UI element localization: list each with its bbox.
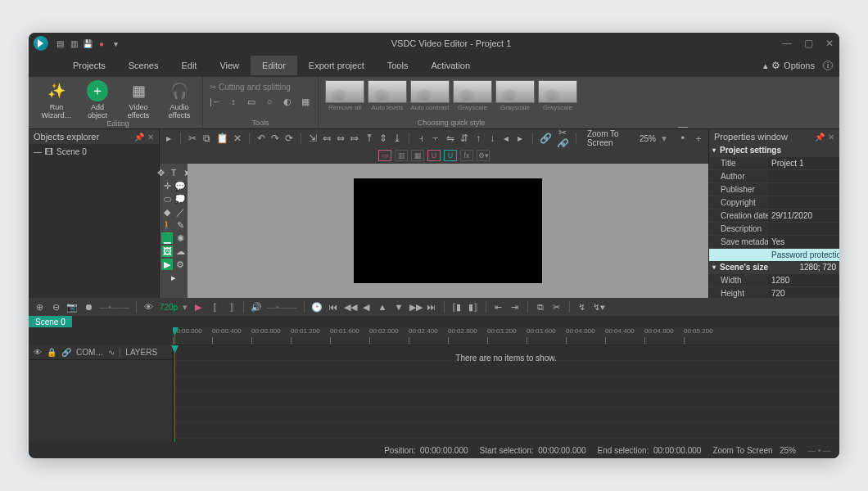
prop-row[interactable]: Description [709, 222, 839, 235]
pen-tool-icon[interactable]: ✎ [174, 219, 186, 231]
timeline-ruler[interactable]: 00:00.00000:00.40000:00.80000:01.20000:0… [173, 327, 839, 345]
tl-eye-col-icon[interactable]: 👁 [34, 348, 42, 357]
play-tool-icon[interactable]: ▶ [161, 259, 173, 270]
mode-u2-icon[interactable]: U [444, 150, 457, 161]
chat-tool-icon[interactable]: 💭 [174, 193, 186, 205]
delete-icon[interactable]: ✕ [233, 133, 242, 144]
tl-up-icon[interactable]: ▲ [377, 302, 388, 312]
dist-h-icon[interactable]: ⫞ [417, 133, 425, 144]
undo-icon[interactable]: ↶ [257, 133, 265, 144]
tl-back-icon[interactable]: ◀ [360, 302, 372, 313]
tl-rec-icon[interactable]: ⏺ [83, 302, 94, 312]
gear-icon[interactable]: ⚙ [771, 60, 780, 71]
resolution-badge[interactable]: 720p [160, 303, 178, 312]
shape-tool-icon[interactable]: ◆ [161, 206, 173, 218]
tl-play-icon[interactable]: ▶ [192, 302, 204, 313]
unlink-icon[interactable]: ✂🔗 [557, 127, 568, 150]
video-effects-button[interactable]: ▦ Video effects [122, 80, 155, 119]
prop-row[interactable]: Height720 [709, 286, 839, 298]
tl-last-icon[interactable]: ⏭ [426, 302, 437, 312]
mode-gear-icon[interactable]: ⚙▾ [477, 150, 490, 161]
style-thumb-2[interactable]: Auto contrast [410, 80, 450, 113]
line-tool-icon[interactable]: ／ [174, 206, 186, 218]
cutting-splitting-button[interactable]: ✂Cutting and splitting [210, 80, 291, 93]
align-tool-icon[interactable]: ⇲ [309, 133, 317, 144]
tl-vol-icon[interactable]: 🔊 [251, 302, 262, 313]
zoom-mode-label[interactable]: Zoom To Screen [587, 129, 631, 147]
redo-icon[interactable]: ↷ [271, 133, 279, 144]
tl-clock-icon[interactable]: 🕑 [311, 302, 323, 313]
mode-rect-icon[interactable]: ▭ [378, 150, 391, 161]
maximize-button[interactable]: ▢ [803, 38, 813, 49]
run-wizard-button[interactable]: ✨ Run Wizard… [40, 80, 73, 119]
qa-dropdown-icon[interactable]: ▾ [111, 38, 120, 48]
tl-mark2-icon[interactable]: ▮⟧ [468, 302, 479, 313]
close-button[interactable]: ✕ [825, 38, 834, 49]
tl-split-icon[interactable]: ✂ [551, 302, 563, 313]
walk-tool-icon[interactable]: 🚶 [161, 219, 173, 231]
crosshair-tool-icon[interactable]: ✛ [161, 180, 173, 191]
tl-skipf-icon[interactable]: ⇥ [509, 302, 521, 313]
qa-record-icon[interactable]: ● [97, 38, 106, 48]
menu-editor[interactable]: Editor [251, 56, 297, 75]
align-left-icon[interactable]: ⤆ [323, 133, 331, 144]
audio-effects-button[interactable]: 🎧 Audio effects [163, 80, 196, 119]
arrow-right-icon[interactable]: ▸ [165, 133, 173, 144]
menu-edit[interactable]: Edit [170, 56, 208, 75]
move-tool-icon[interactable]: ✥ [155, 167, 166, 178]
tl-skipb-icon[interactable]: ⇤ [493, 302, 504, 313]
mode-grid-icon[interactable]: ▦ [411, 150, 424, 161]
prop-row[interactable]: Save metadataYes [709, 235, 839, 248]
tl-add-icon[interactable]: ⊕ [34, 302, 45, 313]
style-thumb-5[interactable]: Grayscale [538, 80, 577, 113]
prop-section-header[interactable]: Scene's size1280; 720 [709, 261, 839, 273]
vflip-icon[interactable]: ⇵ [460, 133, 468, 144]
tl-fx2-icon[interactable]: ↯▾ [593, 302, 604, 313]
tl-layers-col[interactable]: LAYERS [125, 348, 157, 357]
options-label[interactable]: Options [784, 61, 815, 70]
minimize-button[interactable]: — [782, 38, 792, 49]
tl-cam-icon[interactable]: 📷 [66, 302, 78, 313]
copy-icon[interactable]: ⧉ [202, 133, 210, 144]
menu-view[interactable]: View [208, 56, 251, 75]
tl-crop-icon[interactable]: ⧉ [535, 302, 546, 313]
refresh-icon[interactable]: ⟳ [285, 133, 293, 144]
tl-prev-icon[interactable]: ◀◀ [344, 302, 355, 313]
move-up-icon[interactable]: ↑ [474, 133, 482, 144]
dist-v-icon[interactable]: ⫟ [431, 133, 441, 144]
props-pin-icon[interactable]: 📌 [815, 133, 825, 142]
pin-icon[interactable]: 📌 [134, 133, 144, 142]
prop-row[interactable]: Creation date29/11/2020 [709, 209, 839, 222]
tree-item-scene0[interactable]: — 🎞 Scene 0 [34, 147, 154, 156]
tool-icon-5[interactable]: ◐ [282, 97, 293, 107]
tool-icon-6[interactable]: ▦ [300, 97, 311, 107]
prop-row[interactable]: Copyright [709, 196, 839, 209]
image-tool-icon[interactable]: 🖼 [161, 246, 173, 257]
menu-projects[interactable]: Projects [61, 56, 117, 75]
expand-tools-icon[interactable]: ▸ [168, 272, 179, 283]
menu-scenes[interactable]: Scenes [117, 56, 170, 75]
timeline-scene-tab[interactable]: Scene 0 [29, 316, 72, 327]
more-left-icon[interactable]: ◂ [502, 133, 510, 144]
tool-icon-4[interactable]: ○ [264, 97, 275, 107]
qa-open-icon[interactable]: ▥ [69, 38, 79, 48]
hflip-icon[interactable]: ⇋ [446, 133, 454, 144]
gear-tool-icon[interactable]: ⚙ [174, 259, 186, 270]
align-top-icon[interactable]: ⤒ [365, 133, 373, 144]
menu-tools[interactable]: Tools [376, 56, 420, 75]
style-thumb-0[interactable]: Remove all [325, 80, 364, 113]
mode-fx-icon[interactable]: fx [460, 150, 473, 161]
tool-icon-3[interactable]: ▭ [246, 97, 257, 107]
help-icon[interactable]: i [823, 61, 833, 70]
qa-save-icon[interactable]: 💾 [83, 38, 93, 48]
link-icon[interactable]: 🔗 [540, 133, 551, 144]
align-center-v-icon[interactable]: ⇕ [379, 133, 387, 144]
style-thumb-1[interactable]: Auto levels [368, 80, 407, 113]
style-thumb-4[interactable]: Grayscale [495, 80, 535, 113]
tl-link-col-icon[interactable]: 🔗 [61, 348, 71, 357]
zoom-value[interactable]: 25% [640, 134, 656, 143]
tl-wave-col-icon[interactable]: ∿ [108, 348, 115, 357]
preview-canvas[interactable] [188, 164, 708, 298]
paste-icon[interactable]: 📋 [216, 133, 228, 144]
panel-close-icon[interactable]: ✕ [147, 133, 154, 142]
